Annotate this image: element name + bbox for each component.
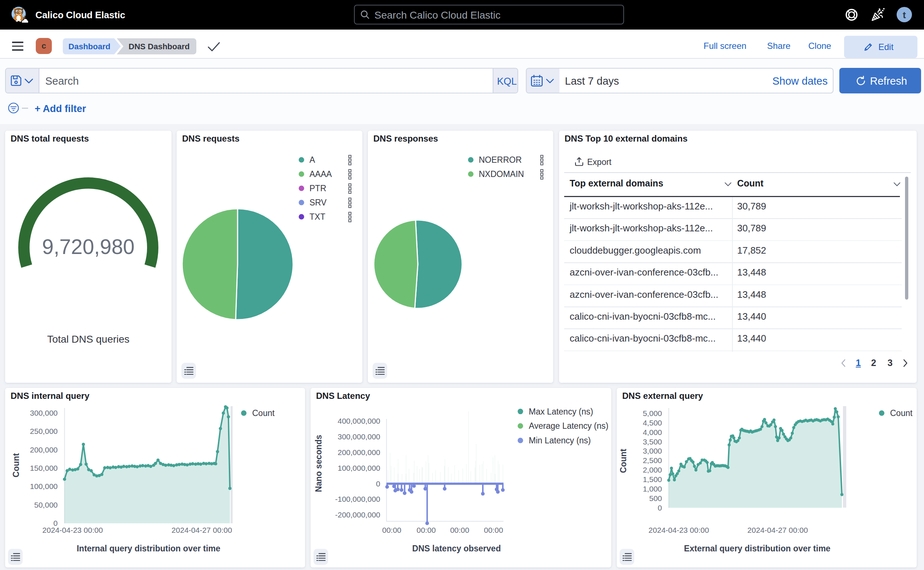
svg-text:2,500: 2,500 xyxy=(643,456,662,464)
svg-text:Max Latency (ns): Max Latency (ns) xyxy=(529,407,593,416)
svg-text:2024-04-23 00:00: 2024-04-23 00:00 xyxy=(42,526,103,534)
svg-text:2,000: 2,000 xyxy=(643,466,662,474)
svg-text:Dashboard: Dashboard xyxy=(69,42,110,51)
svg-text:0: 0 xyxy=(376,480,380,488)
svg-text:NXDOMAIN: NXDOMAIN xyxy=(479,169,524,179)
svg-text:400,000,000: 400,000,000 xyxy=(337,417,380,425)
svg-text:PTR: PTR xyxy=(310,184,326,193)
svg-text:200,000,000: 200,000,000 xyxy=(337,448,380,457)
svg-text:Count: Count xyxy=(252,408,275,418)
svg-text:Count: Count xyxy=(619,449,628,473)
svg-text:3,000: 3,000 xyxy=(643,447,662,455)
svg-text:2024-04-27 00:00: 2024-04-27 00:00 xyxy=(747,526,808,534)
svg-text:4,500: 4,500 xyxy=(643,418,662,427)
svg-text:100,000: 100,000 xyxy=(30,482,58,490)
svg-text:1,000: 1,000 xyxy=(643,484,662,493)
svg-text:Nano seconds: Nano seconds xyxy=(314,435,323,492)
svg-text:-100,000,000: -100,000,000 xyxy=(335,495,380,503)
svg-text:500: 500 xyxy=(649,494,662,503)
svg-text:Internal query distribution ov: Internal query distribution over time xyxy=(77,544,221,553)
svg-text:-200,000,000: -200,000,000 xyxy=(335,510,380,519)
svg-text:150,000: 150,000 xyxy=(30,464,58,472)
svg-text:4,000: 4,000 xyxy=(643,428,662,437)
svg-text:00:00: 00:00 xyxy=(484,526,503,534)
svg-text:200,000: 200,000 xyxy=(30,446,58,454)
svg-text:SRV: SRV xyxy=(310,198,327,207)
svg-text:A: A xyxy=(310,155,315,165)
svg-text:2024-04-27 00:00: 2024-04-27 00:00 xyxy=(172,526,232,534)
svg-text:Count: Count xyxy=(11,453,21,477)
svg-text:100,000,000: 100,000,000 xyxy=(337,464,380,472)
svg-text:External query distribution ov: External query distribution over time xyxy=(684,544,830,553)
svg-text:Average Latency (ns): Average Latency (ns) xyxy=(529,421,608,431)
svg-text:1,500: 1,500 xyxy=(643,475,662,484)
svg-text:250,000: 250,000 xyxy=(30,427,58,435)
svg-text:Count: Count xyxy=(890,408,913,418)
svg-text:NOERROR: NOERROR xyxy=(479,155,522,165)
svg-text:00:00: 00:00 xyxy=(450,526,469,534)
svg-text:00:00: 00:00 xyxy=(382,526,401,534)
svg-text:9,720,980: 9,720,980 xyxy=(42,235,135,258)
svg-text:00:00: 00:00 xyxy=(417,526,436,534)
svg-text:50,000: 50,000 xyxy=(34,501,58,509)
svg-text:300,000: 300,000 xyxy=(30,409,58,417)
svg-text:300,000,000: 300,000,000 xyxy=(337,432,380,441)
svg-text:DNS Dashboard: DNS Dashboard xyxy=(129,42,189,51)
svg-text:Min Latency (ns): Min Latency (ns) xyxy=(529,436,591,445)
svg-text:Total DNS queries: Total DNS queries xyxy=(47,334,130,345)
svg-text:TXT: TXT xyxy=(310,212,325,222)
svg-text:3,500: 3,500 xyxy=(643,438,662,446)
svg-text:DNS latency observed: DNS latency observed xyxy=(412,544,501,553)
svg-text:AAAA: AAAA xyxy=(310,169,332,179)
svg-text:5,000: 5,000 xyxy=(643,409,662,417)
svg-text:0: 0 xyxy=(657,504,662,512)
svg-text:2024-04-23 00:00: 2024-04-23 00:00 xyxy=(648,526,709,534)
